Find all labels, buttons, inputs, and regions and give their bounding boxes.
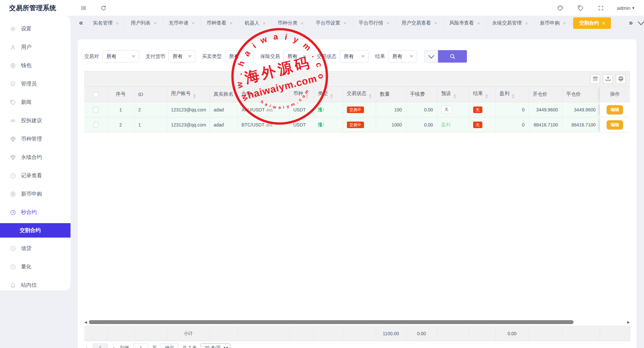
table-row: 12123123@qq.comadadXAU/USDT-30SUSDT涨↑交易中… bbox=[84, 102, 630, 117]
export-button[interactable] bbox=[603, 74, 613, 84]
sidebar-item-管理员[interactable]: 管理员 bbox=[0, 75, 70, 93]
tab-close-icon[interactable]: × bbox=[301, 20, 304, 26]
tab-平台币行情[interactable]: 平台币行情× bbox=[353, 16, 396, 30]
confirm-button[interactable]: 确定 bbox=[161, 343, 178, 348]
select-all-checkbox[interactable] bbox=[93, 92, 98, 97]
tag-icon[interactable] bbox=[576, 4, 585, 12]
tab-风险率查看[interactable]: 风险率查看× bbox=[443, 16, 486, 30]
tab-label: 币种查看 bbox=[207, 20, 227, 26]
tab-close-icon[interactable]: × bbox=[563, 20, 566, 26]
tab-close-icon[interactable]: × bbox=[525, 20, 528, 26]
sort-icon[interactable] bbox=[330, 94, 333, 98]
tab-close-icon[interactable]: × bbox=[154, 20, 157, 26]
sidebar-item-label: 设置 bbox=[21, 26, 31, 32]
tab-机器人[interactable]: 机器人× bbox=[239, 16, 272, 30]
page-number-button[interactable]: 1 bbox=[93, 343, 108, 348]
tab-close-icon[interactable]: × bbox=[602, 20, 605, 26]
user-menu[interactable]: admin ▾ bbox=[617, 5, 634, 11]
column-header-label: 盈利 bbox=[500, 90, 510, 96]
column-header-label: 平仓价 bbox=[566, 91, 581, 97]
sidebar-item-钱包[interactable]: 钱包 bbox=[0, 56, 70, 75]
tab-close-icon[interactable]: × bbox=[192, 20, 195, 26]
sidebar-item-永续合约[interactable]: 永续合约 bbox=[0, 148, 70, 166]
horizontal-scrollbar[interactable]: ◀ ▶ bbox=[84, 320, 630, 324]
select-value: 所有 bbox=[173, 53, 183, 60]
prev-page-button[interactable]: ‹ bbox=[84, 345, 89, 348]
tabs-scroll-right[interactable]: » bbox=[625, 19, 637, 27]
fullscreen-icon[interactable] bbox=[597, 4, 605, 12]
columns-setting-button[interactable] bbox=[590, 74, 600, 84]
menu-fold-icon[interactable] bbox=[79, 4, 88, 12]
tab-永续交易管理[interactable]: 永续交易管理× bbox=[486, 16, 534, 30]
cell-id: 2 bbox=[134, 102, 167, 117]
sidebar-item-用户[interactable]: 用户 bbox=[0, 38, 70, 56]
total-count: 共 2 条 bbox=[182, 345, 197, 348]
sidebar-item-新闻[interactable]: 新闻 bbox=[0, 93, 70, 111]
tab-平台币设置[interactable]: 平台币设置× bbox=[310, 16, 353, 30]
tab-close-icon[interactable]: × bbox=[344, 20, 347, 26]
page-size-select[interactable]: 20 条/页 bbox=[201, 343, 230, 348]
sort-icon[interactable] bbox=[485, 94, 488, 98]
scroll-left-icon[interactable]: ◀ bbox=[84, 320, 87, 324]
tab-close-icon[interactable]: × bbox=[230, 20, 233, 26]
caret-down-icon bbox=[361, 55, 365, 58]
cell-result: 无 bbox=[469, 102, 495, 117]
sort-icon[interactable] bbox=[369, 94, 372, 98]
tab-close-icon[interactable]: × bbox=[434, 20, 437, 26]
sidebar-item-label: 钱包 bbox=[21, 62, 31, 69]
theme-palette-icon[interactable] bbox=[556, 4, 565, 12]
tab-用户列表[interactable]: 用户列表× bbox=[125, 16, 163, 30]
tab-充币申请[interactable]: 充币申请× bbox=[163, 16, 201, 30]
subtotal-seq bbox=[107, 326, 134, 341]
tab-实名管理[interactable]: 实名管理× bbox=[87, 16, 125, 30]
refresh-icon[interactable] bbox=[99, 4, 108, 12]
tab-币种查看[interactable]: 币种查看× bbox=[201, 16, 239, 30]
filter-select-买卖类型[interactable]: 所有 bbox=[225, 50, 254, 63]
tab-用户交易查看[interactable]: 用户交易查看× bbox=[395, 16, 443, 30]
edit-button[interactable]: 编辑 bbox=[607, 120, 623, 129]
column-header-label: 用户账号 bbox=[171, 90, 191, 96]
tab-新币申购[interactable]: 新币申购× bbox=[534, 16, 572, 30]
tab-close-icon[interactable]: × bbox=[116, 20, 119, 26]
tab-close-icon[interactable]: × bbox=[477, 20, 480, 26]
next-page-button[interactable]: › bbox=[112, 345, 116, 348]
sort-icon[interactable] bbox=[193, 94, 196, 98]
sidebar-item-投拆建议[interactable]: 投拆建议 bbox=[0, 111, 70, 130]
sidebar-item-交割合约[interactable]: 交割合约 bbox=[0, 223, 70, 238]
filter-select-保险交易[interactable]: 所有 bbox=[283, 50, 310, 63]
print-button[interactable] bbox=[616, 74, 626, 84]
sidebar-item-label: 新闻 bbox=[21, 99, 31, 106]
sidebar-item-新币申购[interactable]: 新币申购 bbox=[0, 185, 70, 203]
sidebar-item-借贷[interactable]: 借贷 bbox=[0, 239, 70, 258]
row-checkbox[interactable] bbox=[93, 122, 98, 127]
sort-icon[interactable] bbox=[512, 94, 514, 98]
sidebar-item-记录查看[interactable]: 记录查看 bbox=[0, 166, 70, 185]
search-button[interactable] bbox=[438, 50, 467, 63]
tab-close-icon[interactable]: × bbox=[263, 20, 266, 26]
scroll-right-icon[interactable]: ▶ bbox=[627, 320, 630, 324]
filter-select-结果[interactable]: 所有 bbox=[388, 50, 417, 63]
sidebar-item-量化[interactable]: 量化 bbox=[0, 258, 70, 276]
sidebar-item-币种管理[interactable]: 币种管理 bbox=[0, 130, 70, 148]
sort-icon[interactable] bbox=[254, 94, 256, 98]
scrollbar-thumb[interactable] bbox=[89, 320, 574, 324]
tabs-scroll-left[interactable]: « bbox=[75, 19, 87, 27]
filter-select-交易状态[interactable]: 所有 bbox=[340, 50, 369, 63]
sidebar-item-站内信[interactable]: 站内信 bbox=[0, 276, 70, 294]
tabs-dropdown-icon[interactable] bbox=[638, 19, 644, 25]
filter-collapse-button[interactable] bbox=[424, 50, 438, 63]
tab-close-icon[interactable]: × bbox=[387, 20, 390, 26]
tab-交割合约[interactable]: 交割合约× bbox=[573, 17, 611, 29]
subtotal-action bbox=[600, 326, 630, 341]
goto-page-input[interactable] bbox=[133, 343, 148, 348]
filter-select-交易对[interactable]: 所有 bbox=[102, 50, 139, 63]
sidebar-item-设置[interactable]: 设置 bbox=[0, 20, 70, 38]
sort-icon[interactable] bbox=[453, 94, 456, 98]
tab-币种分类[interactable]: 币种分类× bbox=[272, 16, 310, 30]
cell-coin: USDT bbox=[289, 117, 314, 132]
row-checkbox[interactable] bbox=[93, 107, 98, 112]
sort-icon[interactable] bbox=[306, 94, 308, 98]
sidebar-item-秒合约[interactable]: 秒合约 bbox=[0, 203, 70, 222]
filter-select-支付货币[interactable]: 所有 bbox=[169, 50, 195, 63]
edit-button[interactable]: 编辑 bbox=[607, 105, 623, 114]
